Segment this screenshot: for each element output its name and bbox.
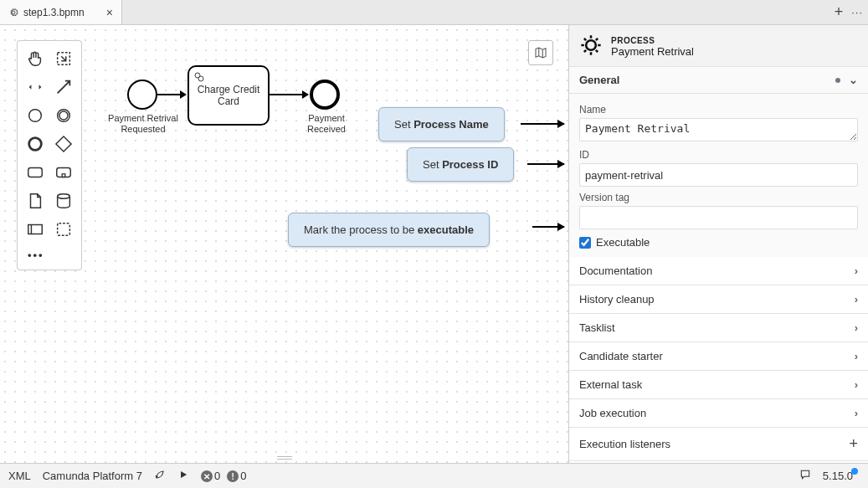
element-type: PROCESS [611,36,694,45]
sequence-flow-1[interactable] [157,94,186,95]
properties-header: PROCESS Payment Retrival [569,25,868,67]
start-event-tool[interactable] [23,103,48,128]
svg-rect-7 [57,168,71,177]
data-store-tool[interactable] [51,188,76,213]
name-input[interactable] [579,118,858,141]
id-label: ID [579,149,858,161]
svg-point-4 [29,138,42,151]
section-tasklist[interactable]: Tasklist› [569,314,868,342]
new-tab-button[interactable]: + [835,3,844,21]
minimap-toggle[interactable] [528,40,553,65]
plus-icon[interactable]: + [849,435,858,453]
section-external-task[interactable]: External task› [569,371,868,399]
version-label[interactable]: 5.15.0 [823,470,860,482]
space-tool[interactable] [23,74,48,100]
section-general[interactable]: General ⌄ [569,67,868,94]
svg-point-9 [58,194,70,199]
svg-point-1 [29,110,42,122]
intermediate-event-tool[interactable] [51,103,76,128]
run-icon[interactable] [177,469,189,483]
gateway-tool[interactable] [51,131,76,157]
name-label: Name [579,104,858,116]
section-label: Documentation [579,265,652,277]
hand-tool[interactable] [23,46,48,71]
version-tag-label: Version tag [579,192,858,203]
update-dot-icon [851,468,858,475]
panel-resize-handle[interactable] [270,456,300,461]
annotation-arrow-3 [532,226,564,228]
svg-rect-5 [56,136,71,152]
tab-bar: step1.3.bpmn × + ··· [0,0,868,25]
annotation-executable: Mark the process to be executable [288,213,490,247]
executable-checkbox[interactable] [579,237,591,249]
errors-indicator[interactable]: ✕0 [201,470,220,483]
end-event[interactable] [310,80,340,110]
section-extension-properties[interactable]: Extension properties+ [569,461,868,463]
chevron-right-icon[interactable]: › [855,407,858,419]
section-label: History cleanup [579,293,655,306]
section-execution-listeners[interactable]: Execution listeners+ [569,428,868,461]
element-name: Payment Retrival [611,45,694,58]
end-event-label: Payment Received [301,113,352,135]
section-documentation[interactable]: Documentation› [569,257,868,285]
file-tab[interactable]: step1.3.bpmn × [0,0,122,24]
section-label: Job execution [579,407,646,419]
start-event[interactable] [127,80,157,110]
properties-panel: PROCESS Payment Retrival General ⌄ Name … [568,25,868,463]
process-icon [579,33,603,59]
section-history-cleanup[interactable]: History cleanup› [569,285,868,314]
chevron-right-icon[interactable]: › [855,350,858,362]
status-bar: XML Camunda Platform 7 ✕0 !0 5.15.0 [0,463,868,488]
xml-toggle[interactable]: XML [8,470,31,482]
platform-label[interactable]: Camunda Platform 7 [43,470,142,482]
start-event-label: Payment Retrival Requested [105,113,181,135]
dirty-indicator-icon [835,78,840,83]
section-general-body: Name ID Version tag Executable [569,94,868,257]
svg-rect-10 [28,225,43,234]
task-tool[interactable] [23,160,48,185]
service-task[interactable]: Charge Credit Card [187,65,270,126]
connect-tool[interactable] [51,74,76,100]
chevron-right-icon[interactable]: › [855,265,858,277]
section-label: Execution listeners [579,438,670,450]
annotation-arrow-2 [527,163,564,165]
feedback-icon[interactable] [799,469,811,483]
service-task-icon [193,70,206,86]
overflow-menu-icon[interactable]: ··· [851,6,863,18]
chevron-down-icon: ⌄ [849,74,858,86]
section-label: Tasklist [579,321,615,334]
participant-tool[interactable] [23,217,48,242]
annotation-arrow-1 [521,123,564,125]
section-label: External task [579,378,642,391]
deploy-icon[interactable] [154,469,166,483]
version-tag-input[interactable] [579,206,858,229]
svg-rect-8 [62,174,65,177]
annotation-process-name: Set Process Name [378,107,505,141]
chevron-right-icon[interactable]: › [855,321,858,334]
section-candidate-starter[interactable]: Candidate starter› [569,342,868,371]
id-input[interactable] [579,163,858,187]
task-label: Charge Credit Card [194,84,263,107]
warning-icon: ! [227,470,239,482]
group-tool[interactable] [51,217,76,242]
section-job-execution[interactable]: Job execution› [569,399,868,428]
error-icon: ✕ [201,470,213,482]
svg-rect-6 [28,168,43,177]
diagram-canvas[interactable]: ••• Payment Retrival Requested Charge Cr… [0,25,568,463]
lasso-tool[interactable] [51,46,76,71]
subprocess-tool[interactable] [51,160,76,185]
gear-icon [8,8,18,18]
chevron-right-icon[interactable]: › [855,293,858,306]
svg-point-13 [198,76,203,81]
data-object-tool[interactable] [23,188,48,213]
end-event-tool[interactable] [23,131,48,157]
svg-rect-11 [58,223,70,236]
tool-palette: ••• [17,40,82,270]
section-label: Candidate starter [579,350,663,362]
svg-point-14 [586,40,596,50]
warnings-indicator[interactable]: !0 [227,470,246,483]
chevron-right-icon[interactable]: › [855,378,858,391]
more-tools[interactable]: ••• [23,245,76,265]
close-icon[interactable]: × [106,6,113,19]
sequence-flow-2[interactable] [270,94,308,95]
